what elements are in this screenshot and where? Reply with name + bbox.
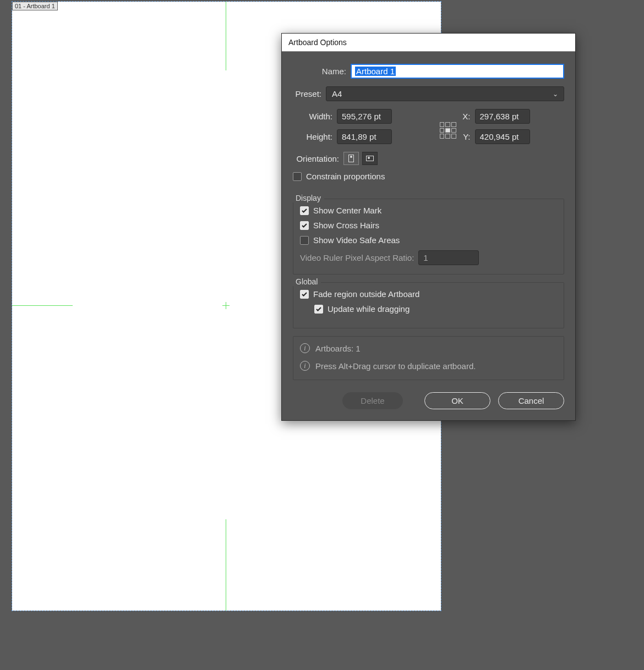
crosshair-vertical-bottom bbox=[226, 519, 226, 611]
y-input[interactable] bbox=[475, 129, 530, 144]
ratio-label: Video Ruler Pixel Aspect Ratio: bbox=[300, 253, 414, 262]
landscape-icon bbox=[366, 156, 374, 161]
info-icon: i bbox=[300, 361, 310, 371]
chevron-down-icon: ⌄ bbox=[553, 90, 558, 98]
artboard-tag[interactable]: 01 - Artboard 1 bbox=[12, 2, 58, 10]
portrait-icon bbox=[348, 155, 354, 162]
preset-value: A4 bbox=[332, 89, 342, 98]
reference-point-grid[interactable] bbox=[440, 122, 456, 139]
cancel-button[interactable]: Cancel bbox=[498, 392, 564, 409]
fade-region-checkbox[interactable] bbox=[300, 290, 309, 299]
width-label: Width: bbox=[293, 112, 337, 121]
duplicate-hint-info: Press Alt+Drag cursor to duplicate artbo… bbox=[315, 361, 476, 371]
fade-region-label: Fade region outside Artboard bbox=[313, 289, 419, 299]
update-while-dragging-label: Update while dragging bbox=[328, 304, 410, 314]
ok-button[interactable]: OK bbox=[424, 392, 490, 409]
artboards-count-info: Artboards: 1 bbox=[315, 344, 361, 353]
x-input[interactable] bbox=[475, 109, 530, 124]
show-center-mark-label: Show Center Mark bbox=[313, 206, 381, 215]
orientation-landscape-button[interactable] bbox=[362, 152, 378, 165]
constrain-proportions-checkbox[interactable] bbox=[293, 172, 302, 181]
global-group-label: Global bbox=[292, 277, 321, 286]
show-center-mark-checkbox[interactable] bbox=[300, 206, 309, 215]
constrain-proportions-label: Constrain proportions bbox=[306, 172, 385, 181]
show-video-safe-checkbox[interactable] bbox=[300, 236, 309, 245]
info-icon: i bbox=[300, 343, 310, 353]
orientation-label: Orientation: bbox=[293, 154, 343, 163]
display-group-label: Display bbox=[292, 194, 324, 202]
delete-button: Delete bbox=[342, 392, 403, 409]
dialog-title: Artboard Options bbox=[282, 34, 575, 52]
orientation-portrait-button[interactable] bbox=[343, 152, 359, 165]
name-input[interactable]: Artboard 1 bbox=[351, 64, 564, 79]
x-label: X: bbox=[462, 112, 475, 121]
height-input[interactable] bbox=[337, 129, 392, 144]
height-label: Height: bbox=[293, 132, 337, 141]
preset-select[interactable]: A4 ⌄ bbox=[326, 86, 564, 101]
show-cross-hairs-label: Show Cross Hairs bbox=[313, 221, 379, 230]
update-while-dragging-checkbox[interactable] bbox=[314, 305, 323, 314]
crosshair-horizontal-left bbox=[12, 305, 73, 306]
ratio-input[interactable] bbox=[418, 250, 479, 265]
crosshair-vertical-top bbox=[226, 2, 226, 70]
show-video-safe-label: Show Video Safe Areas bbox=[313, 235, 400, 245]
y-label: Y: bbox=[462, 132, 475, 141]
artboard-options-dialog: Artboard Options Name: Artboard 1 Preset… bbox=[281, 33, 576, 421]
name-label: Name: bbox=[293, 67, 351, 76]
width-input[interactable] bbox=[337, 109, 392, 124]
preset-label: Preset: bbox=[293, 89, 326, 98]
show-cross-hairs-checkbox[interactable] bbox=[300, 221, 309, 230]
